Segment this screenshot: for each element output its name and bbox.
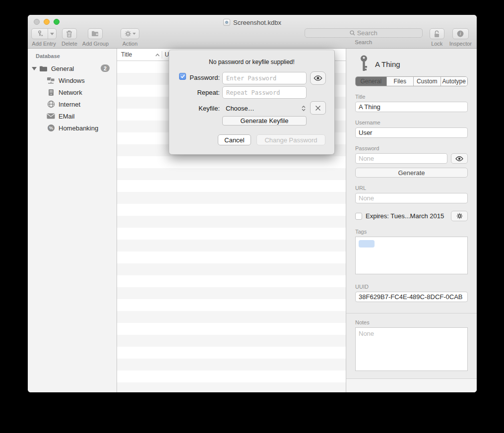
notes-label: Notes	[355, 319, 468, 325]
dialog-repeat-field[interactable]	[222, 86, 307, 99]
gear-icon	[125, 30, 131, 37]
eye-icon	[455, 156, 463, 161]
percent-circle-icon: %	[47, 124, 55, 132]
uuid-field[interactable]	[355, 292, 468, 302]
dialog-password-label: Password:	[169, 74, 220, 81]
title-field[interactable]	[355, 102, 468, 112]
title-label: Title	[355, 94, 468, 100]
app-window: Screenshot.kdbx Add Entry Delete	[28, 15, 477, 392]
disclosure-triangle-icon[interactable]	[32, 67, 37, 70]
open-padlock-icon	[434, 30, 440, 38]
keyfile-popup[interactable]: Choose…	[222, 102, 307, 115]
sidebar: Database General 2 Windows Network	[28, 49, 117, 392]
url-field[interactable]	[355, 193, 468, 203]
lock-button[interactable]	[430, 28, 444, 39]
search-label: Search	[355, 39, 372, 45]
notes-field[interactable]	[355, 327, 468, 371]
sidebar-item-label: EMail	[59, 113, 75, 120]
sidebar-item-internet[interactable]: Internet	[28, 98, 117, 110]
key-plus-icon[interactable]	[32, 29, 48, 39]
dialog-keyfile-label: Keyfile:	[169, 105, 220, 112]
column-title-label: Title	[121, 51, 132, 58]
inspector-item: i Inspector	[449, 28, 472, 47]
key-icon	[360, 55, 368, 73]
url-label: URL	[355, 185, 468, 191]
add-entry-dropdown-arrow-icon[interactable]	[48, 29, 56, 39]
dialog-repeat-label: Repeat:	[169, 89, 220, 96]
sidebar-item-homebanking[interactable]: % Homebanking	[28, 122, 117, 134]
add-entry-button[interactable]	[31, 28, 57, 39]
expires-settings-button[interactable]	[451, 211, 468, 221]
tags-label: Tags	[355, 229, 468, 235]
folder-plus-icon	[91, 30, 99, 37]
tag-pill[interactable]	[359, 240, 375, 247]
password-field[interactable]	[355, 153, 447, 164]
action-label: Action	[123, 41, 138, 47]
sidebar-item-label: Internet	[59, 101, 80, 108]
delete-label: Delete	[62, 41, 77, 47]
username-field[interactable]	[355, 127, 468, 138]
tab-autotype[interactable]: Autotype	[441, 77, 468, 86]
change-password-button: Change Password	[256, 134, 325, 145]
document-icon	[223, 19, 230, 26]
action-item: Action	[121, 28, 139, 47]
reveal-password-button[interactable]	[451, 153, 468, 164]
sidebar-item-general[interactable]: General 2	[28, 62, 117, 74]
column-header-title[interactable]: Title	[117, 51, 162, 58]
generate-keyfile-button[interactable]: Generate Keyfile	[222, 116, 307, 125]
action-button[interactable]	[121, 28, 139, 39]
dialog-reveal-password-button[interactable]	[310, 71, 326, 85]
globe-icon	[47, 100, 55, 109]
inspector-label: Inspector	[449, 41, 472, 47]
svg-text:%: %	[49, 125, 53, 130]
sort-ascending-icon	[155, 51, 160, 58]
search-input[interactable]: Search	[305, 28, 423, 38]
cancel-button[interactable]: Cancel	[218, 134, 251, 145]
window-chrome: Screenshot.kdbx Add Entry Delete	[28, 15, 477, 49]
gear-icon	[456, 213, 463, 219]
expires-label: Expires: Tues...March 2015	[366, 212, 444, 220]
windows-group-icon	[47, 76, 55, 85]
stepper-icon	[302, 106, 306, 111]
inspector-button[interactable]: i	[452, 28, 469, 39]
sidebar-item-label: Windows	[59, 77, 85, 84]
tab-files[interactable]: Files	[387, 77, 414, 86]
username-label: Username	[355, 120, 468, 125]
section-divider	[346, 313, 477, 313]
sidebar-item-windows[interactable]: Windows	[28, 74, 117, 86]
sheet-message: No password or keyfile supplied!	[169, 59, 334, 65]
inspector-header: A Thing	[355, 55, 468, 73]
inspector-tabs: General Files Custom Autotype	[355, 76, 468, 86]
uuid-label: UUID	[355, 284, 468, 290]
search-placeholder: Search	[357, 29, 378, 37]
envelope-icon	[47, 112, 55, 121]
inspector-panel: A Thing General Files Custom Autotype Ti…	[346, 49, 477, 392]
expires-checkbox[interactable]	[355, 213, 362, 220]
inspector-footer	[346, 378, 477, 392]
dialog-password-field[interactable]	[222, 72, 307, 84]
tab-custom[interactable]: Custom	[414, 77, 441, 86]
clear-keyfile-button[interactable]	[310, 101, 326, 115]
tab-general[interactable]: General	[356, 77, 387, 86]
toolbar: Add Entry Delete Add Group Action	[31, 28, 472, 48]
add-group-button[interactable]	[88, 28, 103, 39]
generate-password-button[interactable]: Generate	[355, 168, 468, 178]
lock-item: Lock	[430, 28, 444, 47]
expires-row: Expires: Tues...March 2015	[355, 211, 468, 221]
add-entry-label: Add Entry	[32, 41, 56, 47]
keyfile-value: Choose…	[222, 105, 254, 112]
eye-icon	[314, 75, 322, 81]
column-header-username[interactable]: U	[162, 51, 169, 58]
add-entry-item: Add Entry	[31, 28, 57, 47]
delete-button[interactable]	[62, 28, 77, 39]
window-title-area: Screenshot.kdbx	[28, 18, 477, 27]
tags-field[interactable]	[355, 237, 468, 274]
sidebar-item-label: Homebanking	[59, 124, 98, 132]
close-x-icon	[315, 105, 321, 111]
sidebar-item-email[interactable]: EMail	[28, 110, 117, 122]
search-icon	[350, 30, 355, 36]
sidebar-header: Database	[28, 53, 117, 59]
search-item: Search Search	[305, 28, 423, 45]
sidebar-item-network[interactable]: Network	[28, 86, 117, 98]
sidebar-item-label: Network	[59, 89, 82, 96]
